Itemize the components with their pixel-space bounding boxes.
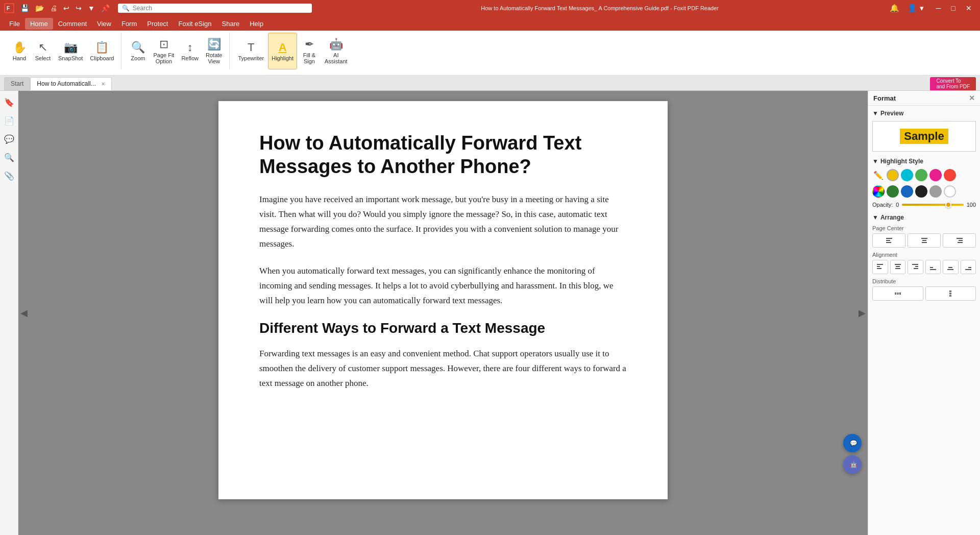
undo-button[interactable]: ↩ <box>61 3 71 13</box>
menu-foxit-esign[interactable]: Foxit eSign <box>173 18 216 30</box>
reflow-button[interactable]: ↕ Reflow <box>178 33 202 69</box>
pink-swatch[interactable] <box>929 169 942 181</box>
snapshot-tool-button[interactable]: 📷 SnapShot <box>55 33 86 69</box>
menu-protect[interactable]: Protect <box>142 18 173 30</box>
fill-sign-icon: ✒ <box>305 38 314 51</box>
align-right-button[interactable] <box>943 233 976 248</box>
gray-swatch[interactable] <box>929 185 942 198</box>
pdf-para2: When you automatically forward text mess… <box>259 264 627 308</box>
account-button[interactable]: 👤 ▾ <box>905 3 925 14</box>
align-bottom-center-button[interactable] <box>943 260 959 274</box>
menu-share[interactable]: Share <box>217 18 245 30</box>
floating-icon-2[interactable]: 🤖 <box>843 455 862 474</box>
ai-assistant-button[interactable]: 🤖 AI Assistant <box>322 33 351 69</box>
opacity-slider[interactable] <box>902 204 963 206</box>
hand-tool-button[interactable]: ✋ Hand <box>8 33 31 69</box>
svg-rect-9 <box>921 238 927 239</box>
svg-rect-27 <box>948 267 952 268</box>
redo-button[interactable]: ↪ <box>74 3 84 13</box>
cyan-swatch[interactable] <box>901 169 913 181</box>
align-top-left-button[interactable] <box>872 260 888 274</box>
blue-swatch[interactable] <box>901 185 913 198</box>
hand-label: Hand <box>13 55 26 61</box>
tab-document[interactable]: How to Automaticall... ✕ <box>30 77 111 90</box>
align-bottom-right-button[interactable] <box>961 260 976 274</box>
menu-view[interactable]: View <box>92 18 116 30</box>
fill-sign-button[interactable]: ✒ Fill & Sign <box>298 33 321 69</box>
color-swatches-row2 <box>872 185 976 198</box>
white-swatch[interactable] <box>944 185 956 198</box>
arrange-section-header[interactable]: ▼ Arrange <box>872 214 976 221</box>
format-panel-header: Format ✕ <box>868 91 980 106</box>
svg-rect-24 <box>930 269 936 270</box>
dark-green-swatch[interactable] <box>887 185 899 198</box>
save-button[interactable]: 💾 <box>18 3 31 13</box>
red-swatch[interactable] <box>944 169 956 181</box>
menu-comment[interactable]: Comment <box>53 18 92 30</box>
clipboard-tool-button[interactable]: 📋 Clipboard <box>87 33 117 69</box>
minimize-button[interactable]: ─ <box>932 2 945 14</box>
alignment-grid <box>872 260 976 274</box>
distribute-vertical-button[interactable] <box>925 286 976 301</box>
sidebar-icon-attachments[interactable]: 📎 <box>2 168 16 183</box>
align-left-button[interactable] <box>872 233 905 248</box>
rainbow-swatch[interactable] <box>872 185 885 198</box>
sidebar-icon-pages[interactable]: 📄 <box>2 113 16 128</box>
distribute-horizontal-button[interactable] <box>872 286 923 301</box>
floating-icon-1[interactable]: 💬 <box>843 434 862 452</box>
format-panel-title: Format <box>873 94 896 102</box>
distribute-row <box>872 286 976 301</box>
align-top-center-button[interactable] <box>890 260 906 274</box>
pdf-scroll-right[interactable]: ▶ <box>859 307 866 319</box>
notification-button[interactable]: 🔔 <box>888 3 901 14</box>
open-button[interactable]: 📂 <box>33 3 46 13</box>
align-bottom-left-button[interactable] <box>925 260 941 274</box>
rotate-view-button[interactable]: 🔄 Rotate View <box>203 33 225 69</box>
green-swatch[interactable] <box>915 169 927 181</box>
format-panel-close-button[interactable]: ✕ <box>969 94 975 102</box>
menu-help[interactable]: Help <box>244 18 268 30</box>
opacity-max-value: 100 <box>967 202 976 208</box>
pen-swatch[interactable]: ✏️ <box>872 169 885 181</box>
sidebar-icon-search[interactable]: 🔍 <box>2 150 16 164</box>
maximize-button[interactable]: □ <box>947 2 960 14</box>
ribbon-group-annotate: T Typewriter A Highlight ✒ Fill & Sign 🤖… <box>231 33 354 69</box>
ribbon-view-buttons: 🔍 Zoom ⊡ Page Fit Option ↕ Reflow 🔄 Rota… <box>127 33 225 69</box>
menu-home[interactable]: Home <box>25 18 53 30</box>
snapshot-label: SnapShot <box>58 55 83 61</box>
custom-button[interactable]: ▼ <box>86 3 97 13</box>
convert-to-banner[interactable]: Convert To and From PDF <box>930 77 976 90</box>
svg-rect-10 <box>922 240 926 241</box>
preview-arrow-icon: ▼ <box>872 110 878 117</box>
tab-start[interactable]: Start <box>4 77 30 90</box>
typewriter-button[interactable]: T Typewriter <box>235 33 267 69</box>
window-controls: ─ □ ✕ <box>932 2 976 14</box>
sidebar-icon-bookmark[interactable]: 🔖 <box>2 95 16 109</box>
menu-file[interactable]: File <box>4 18 25 30</box>
pdf-para3: Forwarding text messages is an easy and … <box>259 347 627 391</box>
align-top-right-button[interactable] <box>908 260 923 274</box>
tabsbar: Start How to Automaticall... ✕ Convert T… <box>0 76 980 91</box>
search-bar: 🔍 <box>118 4 312 13</box>
search-input[interactable] <box>133 5 308 12</box>
svg-rect-7 <box>886 240 890 241</box>
highlight-button[interactable]: A Highlight <box>268 33 297 69</box>
pdf-content-area: ◀ How to Automatically Forward Text Mess… <box>18 91 868 535</box>
close-button[interactable]: ✕ <box>962 2 976 14</box>
sidebar-icon-comments[interactable]: 💬 <box>2 132 16 146</box>
yellow-swatch[interactable] <box>887 169 899 181</box>
tab-close-button[interactable]: ✕ <box>101 81 105 87</box>
menu-form[interactable]: Form <box>116 18 142 30</box>
highlight-style-header[interactable]: ▼ Highlight Style <box>872 158 976 165</box>
print-button[interactable]: 🖨 <box>48 3 59 13</box>
preview-section-header[interactable]: ▼ Preview <box>872 110 976 117</box>
zoom-button[interactable]: 🔍 Zoom <box>127 33 149 69</box>
page-fit-button[interactable]: ⊡ Page Fit Option <box>150 33 177 69</box>
clipboard-icon: 📋 <box>95 41 109 54</box>
pin-button[interactable]: 📌 <box>99 3 112 13</box>
pdf-scroll-left[interactable]: ◀ <box>20 307 28 319</box>
black-swatch[interactable] <box>915 185 927 198</box>
select-tool-button[interactable]: ↖ Select <box>32 33 54 69</box>
align-center-button[interactable] <box>908 233 941 248</box>
arrange-arrow-icon: ▼ <box>872 214 878 221</box>
